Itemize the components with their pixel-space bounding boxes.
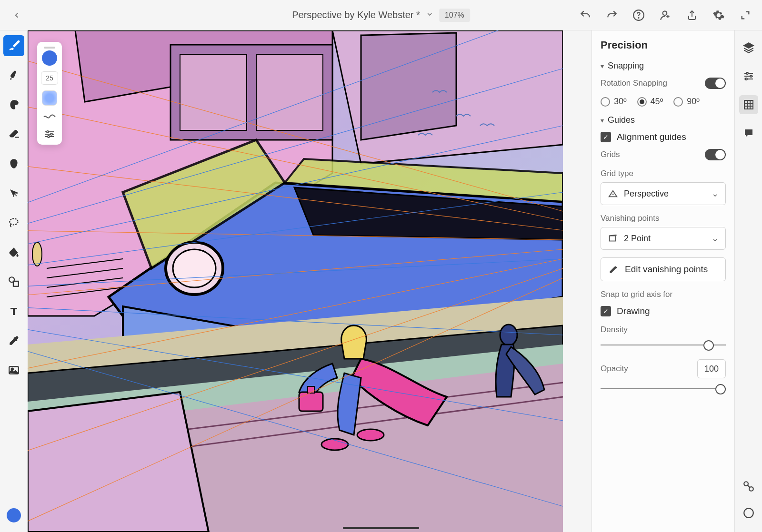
panel-title: Precision: [601, 39, 726, 51]
svg-rect-5: [13, 281, 19, 286]
rotation-snapping-toggle[interactable]: [705, 78, 726, 89]
svg-rect-15: [180, 54, 247, 130]
paint-tool[interactable]: [3, 65, 24, 86]
svg-rect-40: [299, 392, 323, 411]
grids-toggle[interactable]: [705, 149, 726, 160]
chevron-down-icon: ▾: [601, 62, 604, 70]
symmetry-tool[interactable]: [739, 477, 758, 496]
text-tool[interactable]: [3, 301, 24, 322]
help-button[interactable]: [632, 8, 646, 22]
brush-flow-icon[interactable]: [42, 111, 57, 123]
svg-line-72: [747, 485, 749, 487]
svg-point-71: [749, 487, 753, 491]
vanishing-icon: [608, 233, 618, 244]
home-indicator: [343, 527, 419, 529]
svg-point-10: [48, 136, 50, 138]
lasso-tool[interactable]: [3, 212, 24, 233]
opacity-slider[interactable]: [601, 384, 726, 394]
svg-rect-59: [610, 236, 616, 241]
shapes-tool[interactable]: [3, 271, 24, 292]
brush-tool[interactable]: [3, 35, 24, 56]
share-button[interactable]: [685, 8, 699, 22]
svg-point-8: [47, 131, 49, 133]
svg-marker-18: [361, 33, 456, 140]
grids-label: Grids: [601, 150, 620, 159]
image-tool[interactable]: [3, 360, 24, 381]
title-dropdown-icon[interactable]: [426, 10, 433, 20]
edit-vanishing-button[interactable]: Edit vanishing points: [601, 257, 726, 281]
fill-tool[interactable]: [3, 242, 24, 263]
comments-tab[interactable]: [739, 124, 758, 143]
svg-point-3: [10, 218, 18, 225]
artwork-illustration: [28, 30, 563, 532]
pencil-icon: [609, 265, 618, 274]
svg-rect-41: [308, 386, 314, 393]
vanishing-select[interactable]: 2 Point ⌄: [601, 227, 726, 250]
adjustments-tab[interactable]: [739, 67, 758, 86]
brush-texture-preview[interactable]: [42, 90, 57, 106]
alignment-guides-checkbox[interactable]: ✓: [601, 132, 611, 142]
angle-45-option[interactable]: 45º: [637, 97, 663, 107]
eraser-tool[interactable]: [3, 124, 24, 145]
blob-tool[interactable]: [3, 153, 24, 174]
rotation-snapping-label: Rotation Snapping: [601, 79, 667, 88]
gridtype-label: Grid type: [601, 169, 726, 178]
svg-point-9: [50, 133, 52, 135]
brush-size-input[interactable]: 25: [41, 71, 58, 85]
svg-point-39: [357, 429, 384, 441]
svg-point-63: [750, 75, 752, 77]
opacity-label: Opacity: [601, 364, 628, 374]
svg-point-33: [32, 242, 42, 266]
move-tool[interactable]: [3, 183, 24, 204]
svg-point-64: [745, 78, 747, 80]
precision-panel: Precision ▾ Snapping Rotation Snapping 3…: [592, 30, 734, 532]
invite-button[interactable]: [658, 8, 672, 22]
precision-tab[interactable]: [739, 95, 758, 114]
drawing-checkbox[interactable]: ✓: [601, 306, 611, 316]
brush-color-swatch[interactable]: [42, 50, 57, 66]
chevron-down-icon: ⌄: [712, 188, 719, 199]
svg-point-73: [744, 508, 753, 518]
guides-section-header[interactable]: ▾ Guides: [601, 115, 726, 125]
angle-90-option[interactable]: 90º: [673, 97, 700, 107]
chevron-down-icon: ⌄: [712, 233, 719, 244]
vanishing-label: Vanishing points: [601, 214, 726, 223]
svg-marker-32: [28, 392, 209, 532]
svg-point-1: [638, 17, 639, 18]
chevron-down-icon: ▾: [601, 117, 604, 124]
redo-button[interactable]: [605, 8, 619, 22]
svg-point-70: [744, 482, 748, 486]
svg-point-42: [500, 325, 517, 345]
svg-line-61: [616, 235, 617, 236]
canvas[interactable]: [28, 30, 563, 532]
svg-point-25: [173, 249, 216, 287]
brush-options-popover: 25: [37, 42, 62, 145]
circle-tool[interactable]: [739, 503, 758, 522]
svg-rect-65: [744, 100, 753, 109]
left-toolbar: [0, 30, 28, 532]
density-label: Density: [601, 325, 726, 335]
color-swatch[interactable]: [7, 508, 21, 522]
angle-30-option[interactable]: 30º: [601, 97, 627, 107]
snapaxis-label: Snap to grid axis for: [601, 290, 726, 299]
zoom-level[interactable]: 107%: [439, 9, 470, 22]
snapping-section-header[interactable]: ▾ Snapping: [601, 61, 726, 71]
svg-rect-16: [256, 54, 323, 130]
eyedropper-tool[interactable]: [3, 330, 24, 351]
fullscreen-button[interactable]: [738, 8, 752, 22]
svg-point-2: [663, 11, 667, 15]
back-button[interactable]: [10, 8, 24, 22]
undo-button[interactable]: [578, 8, 592, 22]
perspective-icon: [608, 188, 618, 199]
layers-tab[interactable]: [739, 38, 758, 57]
right-rail: [734, 30, 762, 532]
brush-settings-icon[interactable]: [42, 128, 57, 140]
smudge-tool[interactable]: [3, 94, 24, 115]
opacity-input[interactable]: [697, 359, 726, 378]
svg-point-62: [746, 72, 748, 74]
document-title: Perspective by Kyle Webster *: [292, 10, 420, 20]
gridtype-select[interactable]: Perspective ⌄: [601, 182, 726, 205]
settings-button[interactable]: [712, 8, 726, 22]
density-slider[interactable]: [601, 340, 726, 350]
